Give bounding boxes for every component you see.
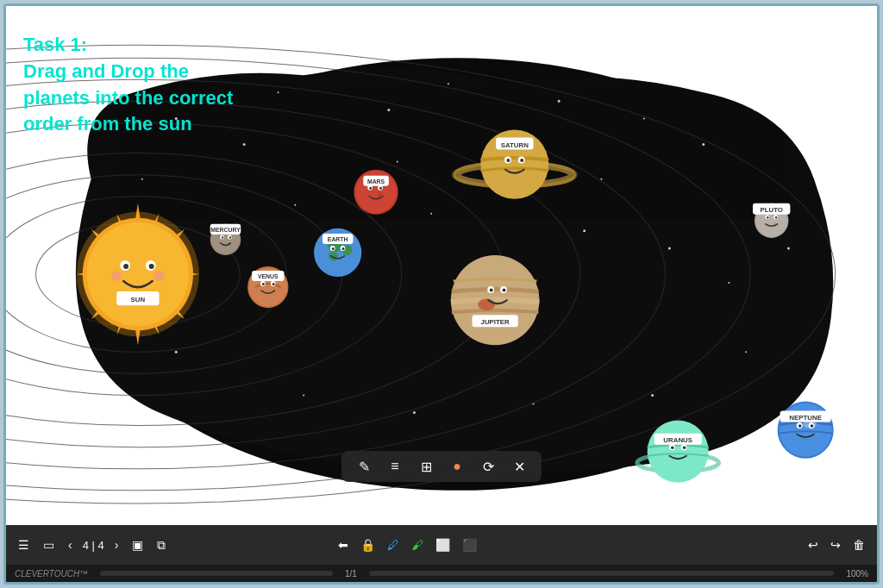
mars[interactable]: MARS [354, 170, 398, 215]
svg-point-23 [745, 351, 747, 353]
progress-bar-2 [369, 571, 835, 576]
svg-point-82 [342, 247, 345, 250]
svg-point-113 [648, 421, 709, 483]
svg-point-125 [798, 424, 802, 428]
svg-point-7 [643, 117, 645, 119]
svg-point-108 [506, 159, 510, 162]
pages-button[interactable]: ⧉ [153, 536, 169, 554]
svg-text:MARS: MARS [367, 178, 385, 185]
svg-text:SUN: SUN [131, 296, 146, 303]
toolbar-grid-icon[interactable]: ⊞ [416, 456, 436, 477]
svg-point-8 [702, 143, 705, 146]
main-content: SUN MERCURY [6, 6, 877, 525]
zoom-info: 100% [846, 569, 868, 579]
jupiter[interactable]: JUPITER [451, 255, 540, 345]
task-line1: Task 1: [23, 32, 233, 59]
svg-point-67 [229, 236, 231, 238]
svg-point-54 [123, 264, 128, 269]
svg-point-12 [728, 282, 730, 284]
tool-arrow-left[interactable]: ⬅ [335, 536, 352, 554]
svg-point-116 [671, 446, 674, 449]
svg-point-136 [775, 216, 777, 218]
outer-frame: SUN MERCURY [3, 3, 880, 585]
svg-point-15 [243, 143, 246, 146]
task-line2: Drag and Drop the [23, 59, 233, 85]
tool-lock[interactable]: 🔒 [357, 536, 379, 554]
mercury[interactable]: MERCURY [210, 224, 241, 255]
screen-button[interactable]: ▭ [40, 536, 58, 554]
svg-text:MERCURY: MERCURY [210, 227, 241, 233]
tool-brush[interactable]: 🖌 [408, 536, 427, 554]
bottom-bar: ☰ ▭ ‹ 4 | 4 › ▣ ⧉ ⬅ 🔒 🖊 🖌 ⬜ ⬛ ↩ ↪ 🗑 [6, 525, 877, 565]
svg-point-10 [600, 178, 602, 180]
tool-clear[interactable]: ⬛ [459, 536, 480, 554]
svg-point-100 [503, 289, 506, 292]
menu-button[interactable]: ☰ [15, 536, 33, 554]
prev-page-button[interactable]: ‹ [65, 536, 76, 554]
venus[interactable]: VENUS [247, 266, 288, 308]
svg-text:EARTH: EARTH [328, 236, 348, 242]
redo-button[interactable]: ↪ [827, 536, 844, 554]
progress-bar [100, 571, 333, 576]
toolbar-link-icon[interactable]: ⟳ [478, 456, 498, 477]
neptune[interactable]: NEPTUNE [778, 402, 834, 459]
clone-button[interactable]: ▣ [128, 536, 147, 554]
status-bar: CLEVERTOUCH™ 1/1 100% [6, 565, 877, 582]
svg-point-56 [111, 271, 122, 281]
svg-point-11 [668, 247, 671, 249]
svg-text:SATURN: SATURN [501, 141, 529, 148]
page-indicator: 1/1 [345, 569, 357, 579]
task-line3: planets into the correct [23, 85, 233, 112]
svg-text:URANUS: URANUS [663, 436, 692, 444]
svg-point-81 [332, 247, 335, 250]
svg-text:NEPTUNE: NEPTUNE [789, 414, 822, 422]
toolbar-close-icon[interactable]: ✕ [509, 456, 529, 477]
svg-point-74 [262, 283, 265, 285]
delete-button[interactable]: 🗑 [849, 536, 868, 554]
brand-label: CLEVERTOUCH™ [15, 569, 88, 579]
svg-point-20 [413, 411, 416, 414]
floating-toolbar: ✎ ≡ ⊞ ● ⟳ ✕ [341, 451, 542, 482]
svg-point-96 [478, 298, 495, 310]
svg-point-26 [430, 213, 432, 215]
svg-point-13 [787, 247, 790, 249]
toolbar-pen-icon[interactable]: ✎ [354, 456, 374, 477]
svg-point-109 [520, 159, 523, 162]
svg-text:JUPITER: JUPITER [481, 318, 510, 326]
svg-point-99 [490, 289, 493, 292]
svg-text:PLUTO: PLUTO [760, 206, 783, 214]
svg-point-117 [683, 446, 686, 449]
svg-point-19 [303, 394, 304, 396]
svg-point-55 [149, 264, 154, 269]
svg-point-3 [278, 91, 279, 93]
tool-eraser[interactable]: ⬜ [432, 536, 454, 554]
svg-point-135 [767, 216, 768, 218]
toolbar-menu-icon[interactable]: ≡ [385, 456, 405, 477]
svg-point-4 [387, 109, 390, 111]
next-page-button[interactable]: › [111, 536, 122, 554]
svg-point-126 [811, 424, 814, 428]
svg-point-18 [175, 351, 178, 353]
bottom-right-tools: ↩ ↪ 🗑 [805, 536, 868, 554]
svg-point-91 [369, 187, 372, 190]
svg-point-66 [222, 236, 223, 238]
undo-button[interactable]: ↩ [805, 536, 822, 554]
bottom-center-tools: ⬅ 🔒 🖊 🖌 ⬜ ⬛ [335, 536, 480, 554]
svg-point-27 [294, 204, 296, 206]
svg-point-16 [141, 178, 143, 180]
svg-text:VENUS: VENUS [258, 273, 279, 279]
svg-point-5 [448, 83, 449, 84]
page-info: 4 | 4 [83, 539, 104, 552]
svg-point-14 [397, 161, 398, 163]
svg-point-9 [754, 109, 755, 110]
task-line4: order from the sun [23, 111, 233, 138]
svg-point-75 [272, 283, 275, 285]
svg-point-51 [87, 222, 189, 326]
svg-point-6 [558, 100, 560, 103]
tool-pen[interactable]: 🖊 [384, 536, 403, 554]
toolbar-color-icon[interactable]: ● [447, 456, 467, 477]
task-text: Task 1: Drag and Drop the planets into t… [23, 32, 233, 138]
svg-point-25 [583, 229, 586, 232]
earth[interactable]: EARTH [314, 228, 361, 277]
svg-point-22 [651, 394, 654, 397]
